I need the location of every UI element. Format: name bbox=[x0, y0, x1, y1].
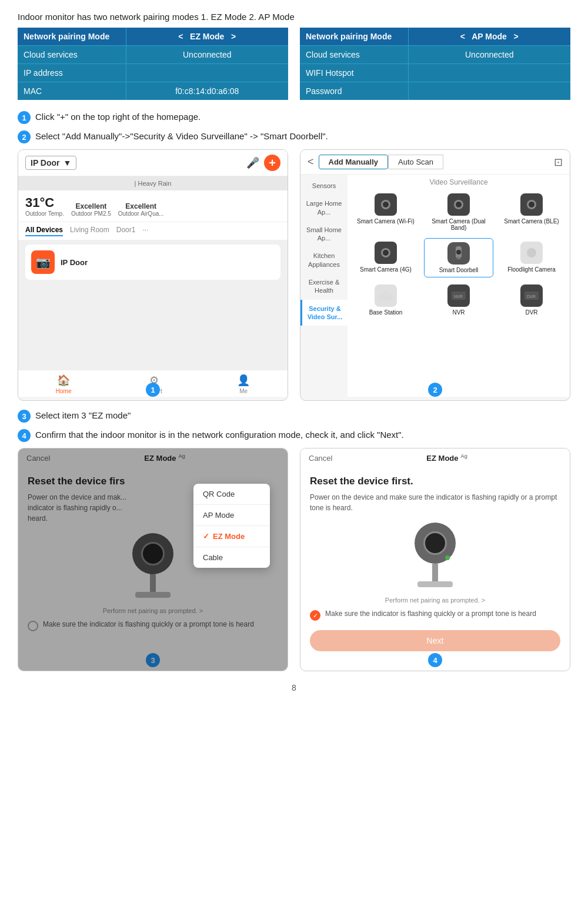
back-button[interactable]: < bbox=[308, 156, 314, 168]
device-nvr[interactable]: NVR NVR bbox=[424, 281, 493, 319]
device-smart-cam-dual[interactable]: Smart Camera (Dual Band) bbox=[424, 190, 493, 235]
step-1-item: 1 Click "+" on the top right of the home… bbox=[18, 111, 570, 124]
cam-wifi-icon bbox=[375, 193, 397, 216]
dvr-icon: DVR bbox=[520, 284, 543, 307]
step-label-4: 4 bbox=[428, 653, 442, 667]
step-1-text: Click "+" on the top right of the homepa… bbox=[35, 111, 201, 123]
category-sidebar: Sensors Large Home Ap... Small Home Ap..… bbox=[300, 175, 348, 397]
ap-nav-left[interactable]: < bbox=[460, 32, 465, 41]
ap-password-value bbox=[408, 82, 570, 101]
cam-ble-icon bbox=[520, 193, 543, 216]
ap-password-label: Password bbox=[300, 82, 408, 101]
page-number: 8 bbox=[18, 683, 570, 692]
intro-text: Indoor monitor has two network pairing m… bbox=[18, 12, 570, 22]
device-base-station[interactable]: Base Station bbox=[351, 281, 420, 319]
screen4-title: EZ Mode Ag bbox=[426, 453, 467, 463]
ap-cloud-label: Cloud services bbox=[300, 46, 408, 64]
screen4-cancel[interactable]: Cancel bbox=[309, 454, 332, 463]
step-3-item: 3 Select item 3 "EZ mode" bbox=[18, 409, 570, 423]
next-button[interactable]: Next bbox=[310, 630, 560, 651]
doorbell-icon bbox=[447, 242, 470, 265]
scan-icon-button[interactable]: ⊡ bbox=[554, 156, 563, 169]
floodlight-icon bbox=[520, 242, 543, 264]
svg-point-9 bbox=[456, 250, 461, 255]
dropdown-ap-mode[interactable]: AP Mode bbox=[193, 505, 270, 526]
tab-all-devices[interactable]: All Devices bbox=[25, 226, 63, 236]
cat-kitchen[interactable]: Kitchen Appliances bbox=[300, 247, 348, 273]
nav-me[interactable]: 👤 Me bbox=[237, 374, 250, 394]
svg-rect-10 bbox=[457, 257, 460, 259]
mic-icon[interactable]: 🎤 bbox=[246, 156, 259, 169]
ez-table-header-mode: < EZ Mode > bbox=[126, 28, 288, 46]
dropdown-qr-code[interactable]: QR Code bbox=[193, 484, 270, 505]
device-smart-cam-wifi[interactable]: Smart Camera (Wi-Fi) bbox=[351, 190, 420, 235]
airqua-stat: ExcellentOutdoor AirQua... bbox=[118, 202, 164, 217]
tab-add-manually[interactable]: Add Manually bbox=[319, 155, 389, 169]
ez-mac-label: MAC bbox=[18, 82, 126, 101]
dvr-label: DVR bbox=[525, 309, 537, 316]
phone-screen-3: Cancel EZ Mode Ag Reset the device firs … bbox=[18, 448, 288, 671]
device-smart-cam-ble[interactable]: Smart Camera (BLE) bbox=[497, 190, 566, 235]
step-4-item: 4 Confirm that the indoor monitor is in … bbox=[18, 428, 570, 442]
app-screenshot-1: IP Door ▼ 🎤 + | Heavy Rain 31°C Outdoor … bbox=[18, 149, 288, 401]
device-card-ip-door: 📷 IP Door bbox=[25, 245, 280, 280]
app-screen-1: IP Door ▼ 🎤 + | Heavy Rain 31°C Outdoor … bbox=[18, 150, 288, 397]
device-name-ip-door: IP Door bbox=[61, 258, 88, 267]
ez-nav-left[interactable]: < bbox=[178, 32, 183, 41]
device-dvr[interactable]: DVR DVR bbox=[497, 281, 566, 319]
step-label-1: 1 bbox=[146, 383, 160, 397]
phone-screen-4: Cancel EZ Mode Ag Reset the device first… bbox=[300, 448, 570, 671]
step-label-2: 2 bbox=[428, 383, 442, 397]
screen4-check-circle: ✓ bbox=[310, 610, 320, 621]
screen4-check-text: Make sure the indicator is flashing quic… bbox=[325, 610, 536, 618]
tab-door1[interactable]: Door1 bbox=[116, 226, 136, 236]
svg-point-5 bbox=[529, 202, 534, 207]
cat-large-home[interactable]: Large Home Ap... bbox=[300, 195, 348, 221]
cam-ble-label: Smart Camera (BLE) bbox=[504, 218, 559, 225]
device-icon-ip-door: 📷 bbox=[31, 250, 55, 274]
svg-text:DVR: DVR bbox=[527, 294, 536, 299]
ez-cloud-value: Unconnected bbox=[126, 46, 288, 64]
weather-stats: 31°C Outdoor Temp. ExcellentOutdoor PM2.… bbox=[18, 190, 288, 222]
screen4-content: Reset the device first. Power on the dev… bbox=[300, 467, 570, 659]
ap-wifi-value bbox=[408, 64, 570, 82]
dropdown-arrow-icon[interactable]: ▼ bbox=[64, 158, 72, 168]
add-button[interactable]: + bbox=[264, 155, 280, 171]
ez-table-header-label: Network pairing Mode bbox=[18, 28, 126, 46]
ap-mode-table: Network pairing Mode < AP Mode > Cloud s… bbox=[300, 28, 570, 100]
device-floodlight[interactable]: Floodlight Camera bbox=[497, 238, 566, 277]
svg-rect-12 bbox=[379, 294, 393, 300]
ez-mac-value: f0:c8:14:d0:a6:08 bbox=[126, 82, 288, 101]
ez-nav-right[interactable]: > bbox=[231, 32, 236, 41]
ap-nav-right[interactable]: > bbox=[513, 32, 518, 41]
device-smart-cam-4g[interactable]: Smart Camera (4G) bbox=[351, 238, 420, 277]
cam-wifi-label: Smart Camera (Wi-Fi) bbox=[357, 218, 415, 225]
svg-point-1 bbox=[383, 202, 389, 207]
tab-more[interactable]: ··· bbox=[142, 226, 148, 236]
cat-sensors[interactable]: Sensors bbox=[300, 177, 348, 195]
step-2-item: 2 Select "Add Manually"->"Security & Vid… bbox=[18, 130, 570, 143]
cat-small-home[interactable]: Small Home Ap... bbox=[300, 221, 348, 247]
dropdown-cable[interactable]: Cable bbox=[193, 547, 270, 568]
step-4-circle: 4 bbox=[18, 429, 31, 442]
mode-dropdown: QR Code AP Mode ✓EZ Mode Cable bbox=[193, 484, 270, 568]
ez-cloud-label: Cloud services bbox=[18, 46, 126, 64]
tab-auto-scan[interactable]: Auto Scan bbox=[388, 155, 443, 169]
svg-rect-13 bbox=[383, 292, 388, 294]
tab-living-room[interactable]: Living Room bbox=[70, 226, 109, 236]
nvr-label: NVR bbox=[452, 309, 465, 316]
ap-cloud-value: Unconnected bbox=[408, 46, 570, 64]
add-device-screen: < Add Manually Auto Scan ⊡ Sensors Large… bbox=[300, 150, 570, 397]
nav-home[interactable]: 🏠 Home bbox=[56, 374, 72, 394]
screen4-perform[interactable]: Perform net pairing as prompted. > bbox=[310, 597, 560, 604]
base-station-label: Base Station bbox=[369, 309, 403, 316]
cat-exercise[interactable]: Exercise & Health bbox=[300, 273, 348, 300]
cat-security[interactable]: Security & Video Sur... bbox=[300, 300, 348, 326]
dropdown-ez-mode[interactable]: ✓EZ Mode bbox=[193, 526, 270, 547]
cam-dual-icon bbox=[447, 193, 470, 216]
device-smart-doorbell[interactable]: Smart Doorbell bbox=[424, 238, 493, 277]
cam-dual-label: Smart Camera (Dual Band) bbox=[426, 218, 491, 231]
step-2-text: Select "Add Manually"->"Security & Video… bbox=[35, 130, 328, 142]
step-3-circle: 3 bbox=[18, 410, 31, 423]
device-tabs: All Devices Living Room Door1 ··· bbox=[18, 222, 288, 240]
